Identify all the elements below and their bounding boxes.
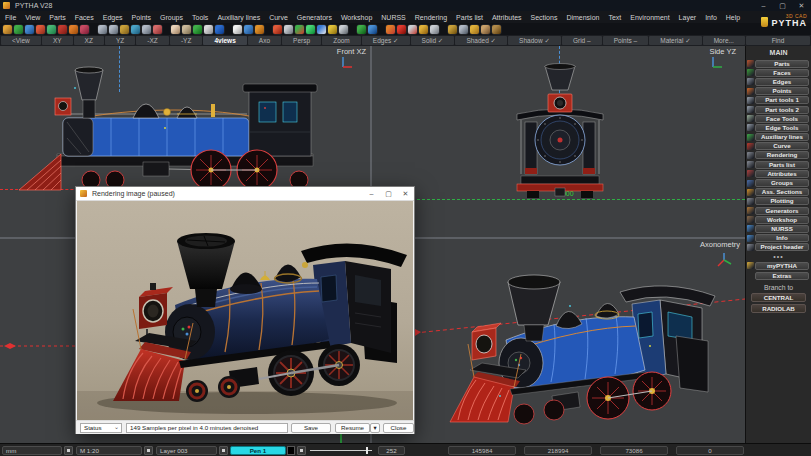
toolbar-icon[interactable] (386, 25, 395, 34)
save-button[interactable]: Save (291, 423, 331, 433)
toolbar-icon[interactable] (215, 25, 224, 34)
branch-button-radiolab[interactable]: RADIOLAB (751, 304, 806, 313)
menu-item-info[interactable]: Info (705, 14, 717, 21)
dialog-close-icon[interactable]: ✕ (397, 187, 414, 201)
toolbar-icon[interactable] (171, 25, 180, 34)
sidebar-item-curve[interactable]: Curve (755, 142, 809, 150)
view-button-edges[interactable]: Edges ✓ (362, 36, 410, 45)
toolbar-icon[interactable] (36, 25, 45, 34)
menu-item-auxiliary-lines[interactable]: Auxiliary lines (217, 14, 260, 21)
toolbar-icon[interactable] (470, 25, 479, 34)
pen-selector[interactable]: Pen 1 (230, 446, 286, 455)
toolbar-icon[interactable] (182, 25, 191, 34)
sidebar-item-points[interactable]: Points (755, 87, 809, 95)
scale-options-button[interactable] (144, 446, 153, 455)
dialog-close-button[interactable]: Close (383, 423, 414, 433)
toolbar-icon[interactable] (69, 25, 78, 34)
unit-selector[interactable]: mm (2, 446, 62, 455)
sidebar-item-nurss[interactable]: NURSS (755, 225, 809, 233)
unit-options-button[interactable] (64, 446, 73, 455)
toolbar-icon[interactable] (47, 25, 56, 34)
resume-button[interactable]: Resume (335, 423, 370, 433)
toolbar-icon[interactable] (419, 25, 428, 34)
sidebar-item-ass-sections[interactable]: Ass. Sections (755, 188, 809, 196)
sidebar-item-part-tools-1[interactable]: Part tools 1 (755, 96, 809, 104)
sidebar-item-face-tools[interactable]: Face Tools (755, 115, 809, 123)
maximize-button[interactable]: ▢ (773, 0, 792, 11)
view-button-find[interactable]: Find (746, 36, 810, 45)
view-button-solid[interactable]: Solid ✓ (411, 36, 455, 45)
menu-item-text[interactable]: Text (608, 14, 621, 21)
toolbar-icon[interactable] (193, 25, 202, 34)
sidebar-item-parts[interactable]: Parts (755, 60, 809, 68)
sidebar-item-mypytha[interactable]: myPYTHA (755, 262, 809, 270)
dialog-title-bar[interactable]: Rendering image (paused) – ▢ ✕ (76, 187, 414, 201)
sidebar-item-generators[interactable]: Generators (755, 207, 809, 215)
scale-selector[interactable]: M 1:20 (76, 446, 142, 455)
toolbar-icon[interactable] (3, 25, 12, 34)
toolbar-icon[interactable] (430, 25, 439, 34)
toolbar-icon[interactable] (244, 25, 253, 34)
dialog-maximize-button[interactable]: ▢ (380, 187, 397, 201)
menu-item-faces[interactable]: Faces (75, 14, 94, 21)
menu-item-curve[interactable]: Curve (269, 14, 288, 21)
pen-options-button[interactable] (297, 446, 306, 455)
toolbar-icon[interactable] (14, 25, 23, 34)
toolbar-icon[interactable] (98, 25, 107, 34)
toolbar-icon[interactable] (284, 25, 293, 34)
menu-item-layer[interactable]: Layer (679, 14, 697, 21)
view-button-xz[interactable]: -XZ (136, 36, 169, 45)
minimize-button[interactable]: – (754, 0, 773, 11)
close-button[interactable]: ✕ (792, 0, 811, 11)
toolbar-icon[interactable] (80, 25, 89, 34)
menu-item-parts[interactable]: Parts (49, 14, 65, 21)
status-dropdown[interactable]: Status ⌄ (80, 423, 122, 433)
view-button-shadow[interactable]: Shadow ✓ (508, 36, 561, 45)
menu-item-help[interactable]: Help (726, 14, 740, 21)
sidebar-item-info[interactable]: Info (755, 234, 809, 242)
menu-item-parts-list[interactable]: Parts list (456, 14, 483, 21)
toolbar-icon[interactable] (357, 25, 366, 34)
menu-item-view[interactable]: View (25, 14, 40, 21)
view-button-xy[interactable]: XY (42, 36, 73, 45)
view-button-zoom[interactable]: Zoom (322, 36, 361, 45)
view-button-xz[interactable]: XZ (74, 36, 104, 45)
view-button-axo[interactable]: Axo (248, 36, 281, 45)
menu-item-groups[interactable]: Groups (160, 14, 183, 21)
coordinate-field-3[interactable]: 73086 (600, 446, 668, 455)
view-button-view[interactable]: <View (1, 36, 41, 45)
sidebar-item-attributes[interactable]: Attributes (755, 170, 809, 178)
toolbar-icon[interactable] (142, 25, 151, 34)
toolbar-icon[interactable] (58, 25, 67, 34)
toolbar-icon[interactable] (408, 25, 417, 34)
menu-item-tools[interactable]: Tools (192, 14, 208, 21)
toolbar-icon[interactable] (306, 25, 315, 34)
view-button-grid[interactable]: Grid – (562, 36, 602, 45)
toolbar-icon[interactable] (255, 25, 264, 34)
toolbar-icon[interactable] (459, 25, 468, 34)
view-button-more[interactable]: More... (703, 36, 745, 45)
toolbar-icon[interactable] (204, 25, 213, 34)
toolbar-icon[interactable] (153, 25, 162, 34)
sidebar-item-workshop[interactable]: Workshop (755, 216, 809, 224)
sidebar-item-parts-list[interactable]: Parts list (755, 161, 809, 169)
menu-item-environment[interactable]: Environment (630, 14, 669, 21)
coordinate-field-1[interactable]: 145984 (448, 446, 516, 455)
progress-text-field[interactable]: 149 Samples per pixel in 4.0 minutes den… (126, 423, 288, 433)
sidebar-item-project-header[interactable]: Project header (755, 243, 809, 251)
toolbar-icon[interactable] (328, 25, 337, 34)
menu-item-dimension[interactable]: Dimension (566, 14, 599, 21)
pen-color-swatch[interactable] (287, 446, 295, 455)
menu-item-points[interactable]: Points (132, 14, 151, 21)
toolbar-icon[interactable] (492, 25, 501, 34)
dialog-minimize-button[interactable]: – (363, 187, 380, 201)
sidebar-item-groups[interactable]: Groups (755, 179, 809, 187)
toolbar-icon[interactable] (317, 25, 326, 34)
slider-value-field[interactable]: 252 (378, 446, 405, 455)
view-button-points[interactable]: Points – (603, 36, 649, 45)
toolbar-icon[interactable] (397, 25, 406, 34)
menu-item-nurss[interactable]: NURSS (381, 14, 406, 21)
toolbar-icon[interactable] (368, 25, 377, 34)
sidebar-item-plotting[interactable]: Plotting (755, 197, 809, 205)
sidebar-item-faces[interactable]: Faces (755, 69, 809, 77)
